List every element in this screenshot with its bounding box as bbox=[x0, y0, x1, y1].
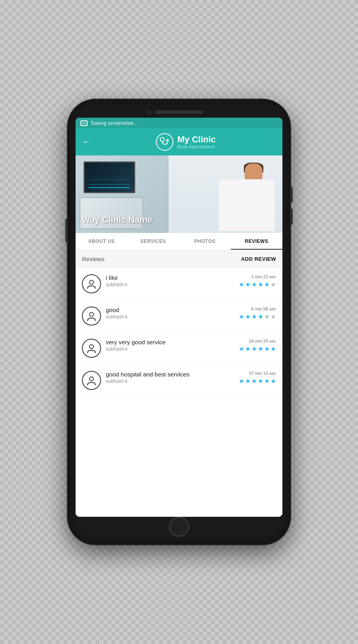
review-content: very very good service subhash k bbox=[106, 339, 234, 352]
svg-point-2 bbox=[167, 140, 168, 141]
home-button[interactable] bbox=[169, 517, 189, 537]
header-text: My Clinic Book Appointment bbox=[177, 135, 216, 149]
app-subtitle: Book Appointment bbox=[177, 144, 216, 149]
tab-about[interactable]: ABOUT US bbox=[76, 233, 127, 250]
star-2: ★ bbox=[245, 281, 251, 288]
star-1: ★ bbox=[239, 377, 244, 385]
screenshot-text: Saving screenshot... bbox=[91, 120, 138, 126]
volume-up-button[interactable] bbox=[291, 187, 293, 203]
star-rating: ★ ★ ★ ★ ★ ★ bbox=[239, 377, 276, 385]
star-2: ★ bbox=[245, 345, 251, 353]
doctor-coat bbox=[219, 179, 274, 231]
review-meta: 6 min 58 sec ★ ★ ★ ★ ★ ★ bbox=[239, 306, 276, 320]
star-6: ★ bbox=[270, 345, 276, 353]
review-time: 2 min 22 sec bbox=[239, 274, 276, 279]
svg-point-5 bbox=[90, 345, 93, 349]
review-author: subhash k bbox=[106, 346, 234, 352]
star-5: ★ bbox=[264, 281, 270, 288]
hero-section: Way Clinic Name bbox=[76, 155, 282, 233]
star-3: ★ bbox=[251, 313, 257, 320]
star-5: ★ bbox=[264, 377, 270, 385]
star-4: ★ bbox=[258, 313, 263, 320]
star-2: ★ bbox=[245, 313, 251, 320]
volume-down-button[interactable] bbox=[291, 209, 293, 225]
star-6: ★ bbox=[270, 377, 276, 385]
doctor-figure bbox=[211, 159, 274, 231]
clinic-name: Way Clinic Name bbox=[82, 215, 152, 225]
svg-point-6 bbox=[90, 377, 93, 381]
star-6: ★ bbox=[270, 313, 276, 320]
svg-point-4 bbox=[90, 312, 93, 316]
review-title: i like bbox=[106, 274, 234, 281]
app-title: My Clinic bbox=[177, 135, 216, 144]
star-4: ★ bbox=[258, 345, 263, 353]
review-meta: 37 min 13 sec ★ ★ ★ ★ ★ ★ bbox=[239, 371, 276, 385]
review-author: subhash k bbox=[106, 378, 234, 384]
review-author: subhash k bbox=[106, 314, 234, 320]
review-time: 18 min 29 sec bbox=[239, 339, 276, 343]
screenshot-notification: Saving screenshot... bbox=[76, 118, 282, 128]
stethoscope-icon bbox=[156, 133, 173, 151]
app-header: ← My Clinic Book Appointment bbox=[76, 128, 282, 155]
review-meta: 2 min 22 sec ★ ★ ★ ★ ★ ★ bbox=[239, 274, 276, 288]
reviews-list: i like subhash k 2 min 22 sec ★ ★ ★ ★ ★ … bbox=[76, 268, 282, 517]
star-2: ★ bbox=[245, 377, 251, 385]
tab-services[interactable]: SERVICES bbox=[127, 233, 179, 250]
review-time: 6 min 58 sec bbox=[239, 306, 276, 311]
avatar bbox=[82, 371, 101, 390]
star-1: ★ bbox=[239, 281, 244, 288]
phone-bottom bbox=[169, 517, 189, 537]
review-item: very very good service subhash k 18 min … bbox=[76, 332, 282, 365]
review-item: i like subhash k 2 min 22 sec ★ ★ ★ ★ ★ … bbox=[76, 268, 282, 300]
power-button[interactable] bbox=[65, 219, 67, 242]
header-logo: My Clinic Book Appointment bbox=[95, 133, 276, 151]
star-4: ★ bbox=[258, 377, 263, 385]
star-rating: ★ ★ ★ ★ ★ ★ bbox=[239, 313, 276, 320]
review-content: good subhash k bbox=[106, 306, 234, 320]
star-6: ★ bbox=[270, 281, 276, 288]
review-title: good bbox=[106, 306, 234, 313]
svg-point-0 bbox=[160, 138, 164, 142]
avatar bbox=[82, 274, 101, 293]
star-1: ★ bbox=[239, 313, 244, 320]
review-content: i like subhash k bbox=[106, 274, 234, 287]
star-3: ★ bbox=[251, 281, 257, 288]
review-title: good hospital and best services bbox=[106, 371, 234, 378]
star-3: ★ bbox=[251, 345, 257, 353]
avatar bbox=[82, 306, 101, 326]
review-author: subhash k bbox=[106, 282, 234, 287]
tab-reviews[interactable]: REVIEWS bbox=[231, 233, 282, 250]
avatar bbox=[82, 339, 101, 358]
review-item: good hospital and best services subhash … bbox=[76, 365, 282, 397]
reviews-header: Reviews ADD REVIEW bbox=[76, 250, 282, 268]
star-4: ★ bbox=[258, 281, 263, 288]
star-3: ★ bbox=[251, 377, 257, 385]
review-time: 37 min 13 sec bbox=[239, 371, 276, 376]
back-button[interactable]: ← bbox=[82, 137, 91, 147]
svg-point-3 bbox=[90, 280, 93, 284]
add-review-button[interactable]: ADD REVIEW bbox=[241, 256, 276, 262]
star-rating: ★ ★ ★ ★ ★ ★ bbox=[239, 345, 276, 353]
monitor-display bbox=[85, 163, 134, 192]
monitor-screen bbox=[84, 161, 135, 193]
review-title: very very good service bbox=[106, 339, 234, 345]
screen: Saving screenshot... ← My Clinic Book bbox=[76, 118, 282, 517]
review-content: good hospital and best services subhash … bbox=[106, 371, 234, 384]
screenshot-icon bbox=[80, 120, 88, 126]
star-5: ★ bbox=[264, 345, 270, 353]
tab-bar: ABOUT US SERVICES PHOTOS REVIEWS bbox=[76, 233, 282, 250]
star-1: ★ bbox=[239, 345, 244, 353]
star-rating: ★ ★ ★ ★ ★ ★ bbox=[239, 281, 276, 288]
review-item: good subhash k 6 min 58 sec ★ ★ ★ ★ ★ ★ bbox=[76, 300, 282, 332]
phone-device: Saving screenshot... ← My Clinic Book bbox=[68, 99, 290, 545]
reviews-label: Reviews bbox=[82, 256, 105, 262]
tab-photos[interactable]: PHOTOS bbox=[179, 233, 231, 250]
speaker-grill bbox=[155, 111, 203, 114]
star-5: ★ bbox=[264, 313, 270, 320]
review-meta: 18 min 29 sec ★ ★ ★ ★ ★ ★ bbox=[239, 339, 276, 353]
front-camera bbox=[147, 111, 151, 114]
